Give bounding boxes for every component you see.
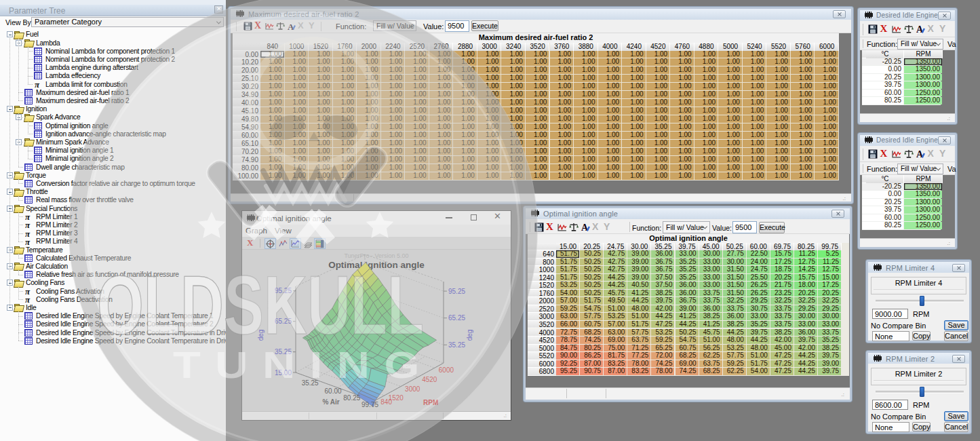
svg-text:35.25: 35.25 (275, 348, 292, 356)
svg-text:95.25: 95.25 (448, 288, 465, 295)
svg-text:35.25: 35.25 (448, 341, 465, 349)
svg-text:15.00: 15.00 (275, 369, 292, 377)
svg-text:3000: 3000 (405, 385, 420, 393)
svg-text:80.25: 80.25 (343, 394, 360, 402)
svg-text:60.00: 60.00 (325, 387, 342, 395)
svg-text:65.25: 65.25 (448, 314, 465, 322)
svg-text:deg: deg (466, 330, 473, 341)
svg-text:95.25: 95.25 (275, 287, 292, 294)
svg-text:6000: 6000 (439, 366, 454, 374)
svg-text:RPM: RPM (423, 399, 438, 406)
svg-text:35.25: 35.25 (302, 379, 319, 387)
svg-text:deg: deg (257, 330, 264, 341)
svg-text:4520: 4520 (422, 376, 437, 383)
svg-text:% Air: % Air (322, 398, 339, 406)
svg-text:1520: 1520 (389, 394, 404, 402)
svg-text:65.25: 65.25 (275, 318, 292, 325)
svg-text:99.75: 99.75 (361, 401, 378, 408)
